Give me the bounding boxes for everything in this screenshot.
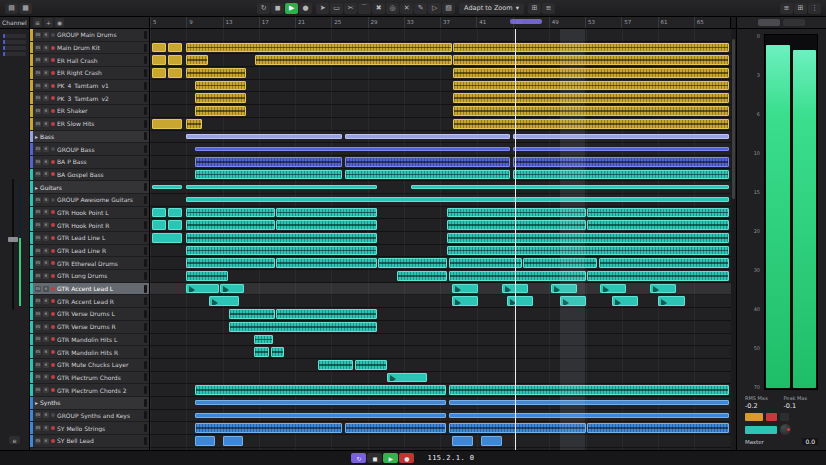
audio-event[interactable] (481, 436, 502, 446)
setup-menu-icon[interactable]: ≡ (780, 3, 793, 14)
audio-event[interactable] (397, 271, 448, 281)
mute-button[interactable]: m (35, 108, 41, 114)
audio-event[interactable] (452, 436, 473, 446)
track-row[interactable]: msGROUP Synths and Keys (30, 410, 149, 423)
stop-icon[interactable]: ◼ (271, 3, 284, 14)
track-row[interactable]: msGTR Hook Point L (30, 207, 149, 220)
record-arm-button[interactable] (51, 388, 55, 392)
track-row[interactable]: msGTR Verse Drums R (30, 321, 149, 334)
mute-button[interactable]: m (35, 45, 41, 51)
audio-event[interactable] (449, 413, 729, 418)
output-gain-knob[interactable] (780, 424, 791, 435)
track-row[interactable]: msGTR Mute Chucks Layer (30, 359, 149, 372)
solo-button[interactable]: s (43, 248, 49, 254)
audio-event[interactable] (378, 258, 448, 268)
record-arm-button[interactable] (51, 312, 55, 316)
locator-range[interactable] (510, 19, 542, 24)
mute-button[interactable]: m (35, 209, 41, 215)
audio-event[interactable] (186, 119, 202, 129)
solo-button[interactable]: s (43, 260, 49, 266)
audio-event[interactable] (345, 157, 511, 167)
more-options-icon[interactable]: ⋮ (808, 3, 821, 14)
audio-event[interactable] (587, 220, 729, 230)
mute-button[interactable]: m (35, 146, 41, 152)
track-row[interactable]: msER Shaker (30, 105, 149, 118)
track-row[interactable]: msER Slow Hits (30, 118, 149, 131)
edit-channel-button[interactable]: e (9, 436, 20, 444)
vertical-scrollbar[interactable] (731, 29, 737, 450)
mute-button[interactable]: m (35, 235, 41, 241)
record-arm-button[interactable] (51, 33, 55, 37)
mute-button[interactable]: m (35, 412, 41, 418)
mute-button[interactable]: m (35, 438, 41, 444)
record-arm-button[interactable] (51, 426, 55, 430)
audio-event[interactable] (186, 55, 208, 65)
audio-event[interactable] (453, 68, 728, 78)
record-arm-button[interactable] (51, 84, 55, 88)
audio-event[interactable] (195, 170, 342, 180)
solo-button[interactable]: s (43, 425, 49, 431)
record-arm-button[interactable] (51, 413, 55, 417)
meter-tab[interactable] (758, 19, 780, 26)
project-activity-icon[interactable]: ▤ (5, 3, 18, 14)
clip-indicator[interactable] (766, 413, 777, 421)
record-arm-button[interactable] (51, 71, 55, 75)
audio-event[interactable] (209, 296, 239, 306)
mute-button[interactable]: m (35, 83, 41, 89)
track-row[interactable]: ▸Guitars (30, 181, 149, 194)
audio-event[interactable] (168, 220, 182, 230)
track-row[interactable]: ▸Bass (30, 131, 149, 144)
mute-button[interactable]: m (35, 70, 41, 76)
solo-button[interactable]: s (43, 83, 49, 89)
audio-event[interactable] (276, 258, 377, 268)
audio-event[interactable] (453, 119, 728, 129)
audio-event[interactable] (195, 81, 246, 91)
mute-button[interactable]: m (35, 311, 41, 317)
solo-button[interactable]: s (43, 32, 49, 38)
record-arm-button[interactable] (51, 287, 55, 291)
solo-button[interactable]: s (43, 45, 49, 51)
track-row[interactable]: msGTR Plectrum Chords 2 (30, 384, 149, 397)
record-arm-button[interactable] (51, 274, 55, 278)
solo-button[interactable]: s (43, 298, 49, 304)
solo-button[interactable]: s (43, 286, 49, 292)
mute-button[interactable]: m (35, 159, 41, 165)
audio-event[interactable] (195, 400, 447, 405)
find-track-icon[interactable]: ◉ (55, 18, 64, 27)
mute-button[interactable]: m (35, 197, 41, 203)
track-row[interactable]: msGTR Hook Point R (30, 219, 149, 232)
track-row[interactable]: msER Right Crash (30, 67, 149, 80)
mute-button[interactable]: m (35, 95, 41, 101)
zoom-tool-icon[interactable]: ◎ (386, 3, 399, 14)
track-row[interactable]: msGROUP Bass (30, 143, 149, 156)
audio-event[interactable] (186, 197, 729, 202)
mute-button[interactable]: m (35, 336, 41, 342)
audio-event[interactable] (658, 296, 684, 306)
color-tool-icon[interactable]: ▧ (442, 3, 455, 14)
solo-button[interactable]: s (43, 121, 49, 127)
audio-event[interactable] (229, 322, 377, 332)
audio-event[interactable] (276, 208, 377, 218)
audio-event[interactable] (168, 55, 182, 65)
audio-event[interactable] (255, 55, 453, 65)
audio-event[interactable] (195, 413, 447, 418)
solo-button[interactable]: s (43, 324, 49, 330)
track-row[interactable]: msGTR Mandolin Hits R (30, 346, 149, 359)
record-arm-button[interactable] (51, 375, 55, 379)
audio-event[interactable] (186, 208, 275, 218)
record-arm-button[interactable] (51, 210, 55, 214)
audio-event[interactable] (195, 436, 215, 446)
track-row[interactable]: msBA Gospel Bass (30, 169, 149, 182)
window-layout-icon[interactable]: ▦ (19, 3, 32, 14)
record-arm-button[interactable] (51, 325, 55, 329)
solo-button[interactable]: s (43, 387, 49, 393)
audio-event[interactable] (195, 147, 510, 152)
solo-button[interactable]: s (43, 349, 49, 355)
mute-tool-icon[interactable]: ✕ (400, 3, 413, 14)
audio-event[interactable] (186, 185, 377, 190)
audio-event[interactable] (447, 246, 728, 256)
audio-event[interactable] (186, 271, 228, 281)
audio-event[interactable] (254, 347, 269, 357)
mute-button[interactable]: m (35, 260, 41, 266)
folder-expand-icon[interactable]: ▸ (35, 399, 38, 406)
